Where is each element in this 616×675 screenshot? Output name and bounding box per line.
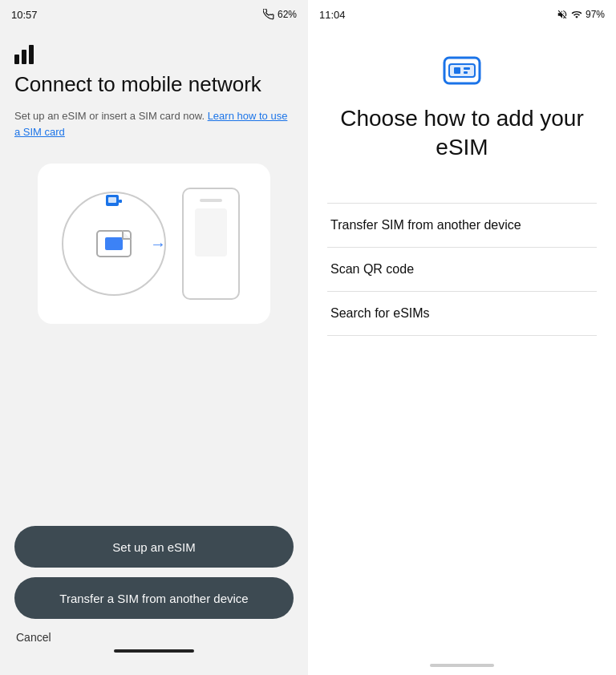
svg-rect-2 [29, 45, 34, 64]
time-left: 10:57 [11, 9, 38, 21]
right-content: Choose how to add your eSIM Transfer SIM… [308, 29, 616, 664]
left-screen: 10:57 62% Connect to mobile network Set … [0, 0, 308, 675]
page-title-left: Connect to mobile network [14, 72, 294, 97]
phone-screen [195, 208, 227, 257]
option-transfer-sim[interactable]: Transfer SIM from another device [327, 203, 597, 248]
transfer-illustration: → [38, 164, 270, 324]
battery-right: 97% [586, 9, 605, 20]
transfer-arrow: → [150, 235, 166, 253]
option-transfer-sim-label: Transfer SIM from another device [330, 218, 521, 232]
subtitle-left: Set up an eSIM or insert a SIM card now.… [14, 108, 294, 139]
sim-transfer-icon [104, 192, 124, 209]
esim-main-icon [441, 53, 483, 88]
left-content: Connect to mobile network Set up an eSIM… [0, 29, 308, 526]
svg-rect-11 [464, 71, 468, 74]
svg-rect-7 [449, 64, 475, 77]
status-bar-right: 11:04 97% [308, 0, 616, 29]
phone-icon [263, 9, 274, 20]
page-title-right: Choose how to add your eSIM [327, 104, 597, 163]
svg-rect-9 [454, 67, 460, 74]
transfer-sim-button[interactable]: Transfer a SIM from another device [14, 577, 294, 619]
option-scan-qr[interactable]: Scan QR code [327, 248, 597, 292]
home-indicator-right [430, 664, 494, 667]
sim-chip [105, 237, 123, 250]
svg-rect-0 [14, 55, 19, 64]
sim-card [96, 230, 132, 257]
mute-icon [557, 9, 568, 20]
battery-left: 62% [278, 9, 297, 20]
wifi-icon [571, 9, 582, 20]
option-scan-qr-label: Scan QR code [330, 262, 414, 277]
phone-top-bar [200, 199, 222, 202]
home-indicator-left [114, 649, 194, 653]
status-icons-left: 62% [263, 9, 297, 20]
status-bar-left: 10:57 62% [0, 0, 308, 29]
option-list: Transfer SIM from another device Scan QR… [327, 203, 597, 336]
status-icons-right: 97% [557, 9, 605, 20]
svg-rect-10 [464, 67, 470, 70]
bottom-buttons: Set up an eSIM Transfer a SIM from anoth… [0, 526, 308, 675]
svg-rect-4 [108, 197, 116, 203]
destination-phone [182, 188, 240, 300]
option-search-esims[interactable]: Search for eSIMs [327, 292, 597, 336]
option-search-esims-label: Search for eSIMs [330, 306, 430, 321]
esim-icon-wrapper [327, 53, 597, 88]
svg-rect-5 [119, 200, 122, 203]
svg-rect-1 [22, 50, 26, 64]
cancel-button[interactable]: Cancel [16, 631, 51, 644]
setup-esim-button[interactable]: Set up an eSIM [14, 526, 294, 568]
time-right: 11:04 [319, 9, 346, 21]
signal-icon [14, 42, 294, 67]
right-screen: 11:04 97% Choose how to add your eSIM [308, 0, 616, 675]
